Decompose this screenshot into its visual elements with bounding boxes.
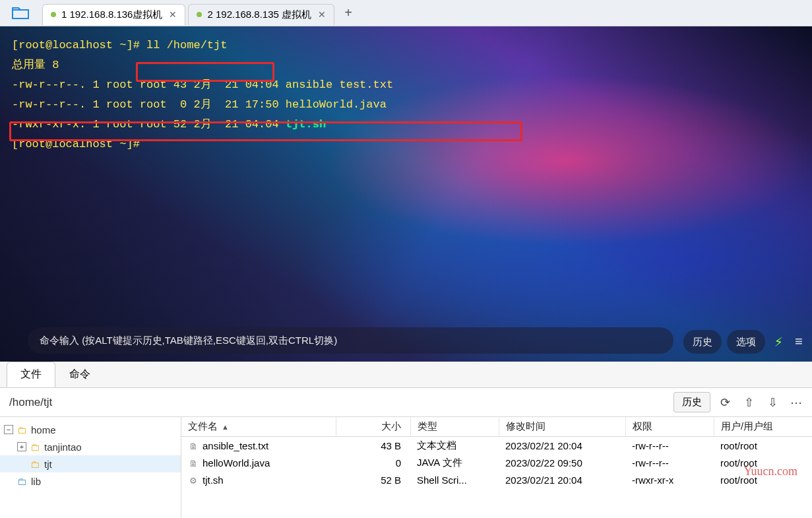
- col-name[interactable]: 文件名▲: [181, 417, 336, 436]
- file-type: 文本文档: [410, 439, 499, 452]
- table-row[interactable]: 🗎ansible_test.txt 43 B 文本文档 2023/02/21 2…: [181, 437, 812, 454]
- terminal-line: [root@localhost ~]# ll /home/tjt: [12, 36, 800, 55]
- terminal-line: 总用量 8: [12, 55, 800, 75]
- terminal-line: -rw-r--r--. 1 root root 0 2月 21 17:50 he…: [12, 95, 800, 115]
- file-time: 2023/02/21 20:04: [499, 440, 625, 451]
- collapse-icon[interactable]: −: [4, 425, 13, 434]
- tree-label: lib: [31, 476, 41, 487]
- tab-session-1[interactable]: 1 192.168.8.136虚拟机 ✕: [42, 4, 185, 25]
- path-toolbar: /home/tjt 历史 ⟳ ⇧ ⇩ ⋯: [0, 388, 812, 417]
- session-tabbar: 1 192.168.8.136虚拟机 ✕ 2 192.168.8.135 虚拟机…: [0, 0, 812, 26]
- folder-icon: 🗀: [30, 441, 40, 453]
- file-time: 2023/02/22 09:50: [499, 457, 625, 469]
- upload-icon[interactable]: ⇧: [739, 395, 758, 410]
- table-row[interactable]: 🗎helloWorld.java 0 JAVA 文件 2023/02/22 09…: [181, 454, 812, 471]
- tree-label: tanjintao: [44, 441, 82, 453]
- tree-node-lib[interactable]: 🗀 lib: [0, 472, 181, 490]
- file-icon: 🗎: [188, 441, 199, 451]
- tree-label: tjt: [44, 459, 52, 470]
- tree-node-home[interactable]: − 🗀 home: [0, 421, 181, 438]
- terminal-pane[interactable]: [root@localhost ~]# ll /home/tjt 总用量 8 -…: [0, 26, 812, 362]
- tab-files[interactable]: 文件: [7, 362, 55, 387]
- menu-lines-icon[interactable]: ≡: [792, 335, 805, 350]
- file-perm: -rw-r--r--: [625, 440, 714, 451]
- tree-node-tanjintao[interactable]: + 🗀 tanjintao: [0, 438, 181, 455]
- file-type: JAVA 文件: [410, 457, 499, 469]
- gear-icon: ⚙: [188, 476, 199, 486]
- file-area: − 🗀 home + 🗀 tanjintao 🗀 tjt 🗀 lib 文件名▲ …: [0, 417, 812, 518]
- download-icon[interactable]: ⇩: [763, 395, 782, 410]
- table-row[interactable]: ⚙tjt.sh 52 B Shell Scri... 2023/02/21 20…: [181, 471, 812, 488]
- bolt-icon[interactable]: ⚡: [770, 333, 787, 351]
- file-icon: 🗎: [188, 459, 199, 469]
- file-name: ansible_test.txt: [203, 440, 268, 451]
- file-name: helloWorld.java: [203, 457, 270, 469]
- tab-label: 2 192.168.8.135 虚拟机: [207, 9, 311, 21]
- file-size: 0: [336, 457, 410, 469]
- history-button[interactable]: 历史: [683, 330, 722, 354]
- bottom-panel-tabs: 文件 命令: [0, 362, 812, 388]
- tab-label: 1 192.168.8.136虚拟机: [61, 9, 162, 21]
- status-dot-icon: [51, 12, 56, 17]
- file-size: 52 B: [336, 474, 410, 486]
- file-name: tjt.sh: [203, 474, 224, 486]
- watermark-text: Yuucn.com: [744, 465, 797, 478]
- tree-node-tjt[interactable]: 🗀 tjt: [0, 455, 181, 472]
- col-perm[interactable]: 权限: [625, 417, 714, 436]
- refresh-icon[interactable]: ⟳: [716, 395, 734, 410]
- file-size: 43 B: [336, 440, 410, 451]
- command-input-placeholder: 命令输入 (按ALT键提示历史,TAB键路径,ESC键返回,双击CTRL切换): [40, 335, 337, 347]
- file-time: 2023/02/21 20:04: [499, 474, 625, 486]
- tree-label: home: [31, 424, 56, 436]
- new-tab-button[interactable]: +: [338, 4, 358, 22]
- file-user: root/root: [714, 440, 812, 451]
- terminal-line: -rw-r--r--. 1 root root 43 2月 21 04:04 a…: [12, 75, 800, 95]
- col-type[interactable]: 类型: [410, 417, 499, 436]
- command-input-bar[interactable]: 命令输入 (按ALT键提示历史,TAB键路径,ESC键返回,双击CTRL切换): [28, 327, 673, 354]
- file-table-header[interactable]: 文件名▲ 大小 类型 修改时间 权限 用户/用户组: [181, 417, 812, 437]
- terminal-line: -rwxr-xr-x. 1 root root 52 2月 21 04:04 t…: [12, 115, 800, 135]
- options-button[interactable]: 选项: [727, 330, 765, 354]
- col-user[interactable]: 用户/用户组: [714, 417, 812, 436]
- folder-icon: 🗀: [17, 476, 27, 487]
- folder-icon: 🗀: [30, 459, 40, 470]
- folder-tree[interactable]: − 🗀 home + 🗀 tanjintao 🗀 tjt 🗀 lib: [0, 417, 181, 518]
- expand-icon[interactable]: +: [17, 442, 26, 451]
- tab-session-2[interactable]: 2 192.168.8.135 虚拟机 ✕: [188, 4, 334, 25]
- sort-asc-icon: ▲: [222, 423, 229, 431]
- path-history-button[interactable]: 历史: [673, 392, 710, 412]
- folder-tree-icon[interactable]: [4, 4, 37, 22]
- folder-icon: 🗀: [17, 424, 27, 436]
- command-bar-actions: 历史 选项 ⚡ ≡: [683, 330, 805, 354]
- close-icon[interactable]: ✕: [169, 9, 177, 20]
- col-size[interactable]: 大小: [336, 417, 410, 436]
- current-path[interactable]: /home/tjt: [7, 396, 52, 409]
- tab-commands[interactable]: 命令: [55, 362, 104, 387]
- terminal-line: [root@localhost ~]#: [12, 135, 800, 154]
- file-table: 文件名▲ 大小 类型 修改时间 权限 用户/用户组 🗎ansible_test.…: [181, 417, 812, 518]
- file-perm: -rwxr-xr-x: [625, 474, 714, 486]
- settings-dots-icon[interactable]: ⋯: [787, 395, 805, 410]
- file-type: Shell Scri...: [410, 474, 499, 486]
- col-time[interactable]: 修改时间: [499, 417, 625, 436]
- status-dot-icon: [197, 12, 202, 17]
- file-perm: -rw-r--r--: [625, 457, 714, 469]
- close-icon[interactable]: ✕: [318, 9, 326, 20]
